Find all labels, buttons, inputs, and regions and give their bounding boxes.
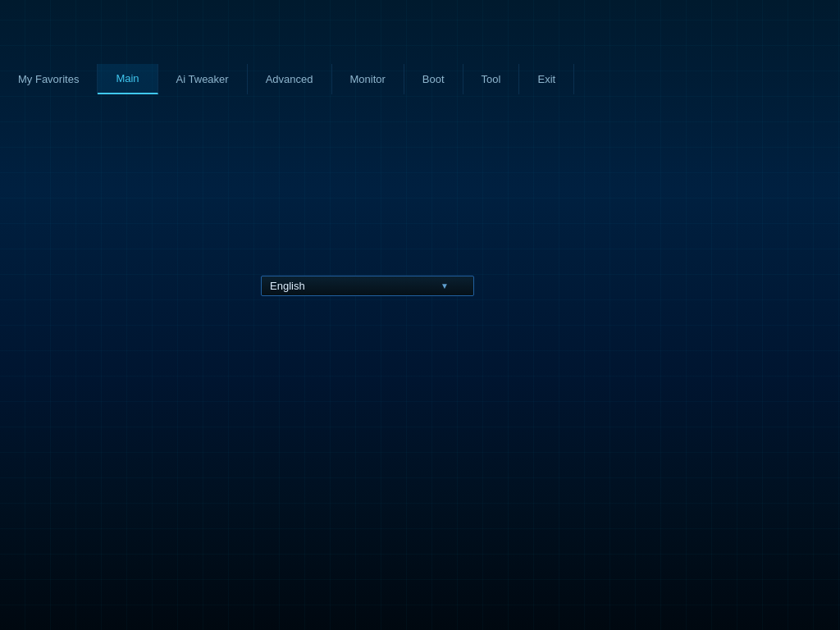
language-dropdown-value: English bbox=[270, 280, 305, 292]
tab-tool[interactable]: Tool bbox=[463, 64, 520, 94]
tab-main[interactable]: Main bbox=[98, 64, 158, 94]
dropdown-arrow-icon: ▼ bbox=[441, 281, 449, 290]
tab-aitweaker[interactable]: Ai Tweaker bbox=[158, 64, 248, 94]
tab-boot[interactable]: Boot bbox=[404, 64, 463, 94]
tab-monitor[interactable]: Monitor bbox=[332, 64, 404, 94]
language-dropdown[interactable]: English ▼ bbox=[261, 276, 474, 296]
tab-exit[interactable]: Exit bbox=[519, 64, 574, 94]
tab-favorites[interactable]: My Favorites bbox=[0, 64, 98, 94]
tab-advanced[interactable]: Advanced bbox=[248, 64, 332, 94]
